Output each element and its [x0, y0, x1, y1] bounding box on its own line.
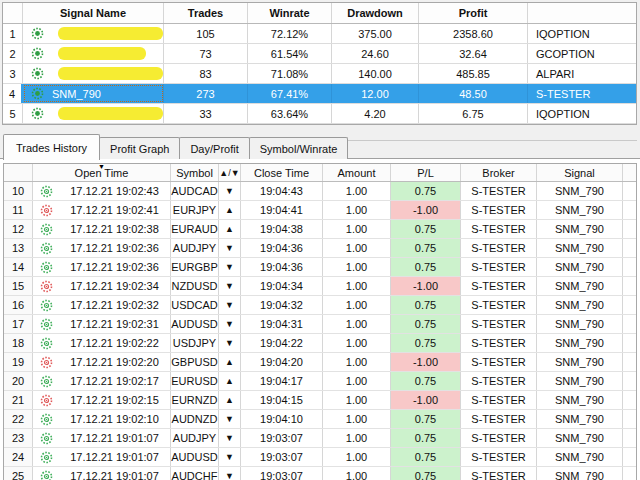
- signal-profit-cell: 6.75: [419, 104, 528, 123]
- trade-row[interactable]: 1117.12.21 19:02:41EURJPY▲19:04:411.00-1…: [4, 201, 636, 220]
- trade-direction-cell: ▲: [219, 201, 241, 219]
- trade-result-icon-cell: [33, 201, 59, 219]
- trade-filler-cell: [623, 182, 636, 200]
- trade-row[interactable]: 1317.12.21 19:02:36AUDJPY▼19:04:361.000.…: [4, 239, 636, 258]
- trades-header-symbol[interactable]: Symbol: [171, 164, 219, 181]
- trades-header-pl[interactable]: P/L: [391, 164, 461, 181]
- signals-table: Signal Name Trades Winrate Drawdown Prof…: [2, 2, 637, 125]
- trade-row[interactable]: 2417.12.21 19:01:07AUDUSD▼19:03:071.000.…: [4, 448, 636, 467]
- trade-row[interactable]: 1617.12.21 19:02:32USDCAD▼19:04:321.000.…: [4, 296, 636, 315]
- trade-row-number: 20: [4, 372, 33, 390]
- trade-open-time-cell: 17.12.21 19:02:17: [59, 372, 171, 390]
- trades-header-close-time[interactable]: Close Time: [241, 164, 323, 181]
- signal-name-cell: [23, 104, 164, 123]
- signals-header-winrate[interactable]: Winrate: [248, 3, 332, 23]
- trade-row[interactable]: 1217.12.21 19:02:38EURAUD▲19:04:381.000.…: [4, 220, 636, 239]
- trade-close-time-cell: 19:04:41: [241, 201, 323, 219]
- trades-header-amount[interactable]: Amount: [323, 164, 391, 181]
- trade-result-icon-cell: [33, 353, 59, 371]
- trades-header-open-time[interactable]: ▼ Open Time: [33, 164, 171, 181]
- trade-row[interactable]: 2017.12.21 19:02:17EURUSD▲19:04:171.000.…: [4, 372, 636, 391]
- trade-row[interactable]: 1817.12.21 19:02:22USDJPY▼19:04:221.000.…: [4, 334, 636, 353]
- signal-winrate-cell: 67.41%: [248, 84, 332, 103]
- signals-header-name[interactable]: Signal Name: [23, 3, 164, 23]
- signal-row-number: 1: [3, 24, 23, 43]
- call-arrow-icon: ▲: [225, 357, 234, 367]
- trades-header-broker[interactable]: Broker: [461, 164, 537, 181]
- signal-row[interactable]: 38371.08%140.00485.85ALPARI: [3, 64, 636, 84]
- trade-row-number: 14: [4, 258, 33, 276]
- tab-symbol-winrate[interactable]: Symbol/Winrate: [249, 137, 349, 159]
- trade-open-time-cell: 17.12.21 19:02:36: [59, 239, 171, 257]
- trade-pl-cell: 0.75: [391, 220, 461, 238]
- trade-filler-cell: [623, 334, 636, 352]
- trade-broker-cell: S-TESTER: [461, 258, 537, 276]
- trade-row[interactable]: 2117.12.21 19:02:15EURNZD▲19:04:151.00-1…: [4, 391, 636, 410]
- trade-direction-cell: ▼: [219, 410, 241, 428]
- trade-filler-cell: [623, 315, 636, 333]
- trade-amount-cell: 1.00: [323, 220, 391, 238]
- trade-row[interactable]: 1717.12.21 19:02:31AUDUSD▼19:04:311.000.…: [4, 315, 636, 334]
- trade-broker-cell: S-TESTER: [461, 467, 537, 480]
- win-target-icon: [40, 432, 53, 445]
- signals-table-header: Signal Name Trades Winrate Drawdown Prof…: [3, 3, 636, 24]
- signal-row[interactable]: 4SNM_79027367.41%12.0048.50S-TESTER: [3, 84, 636, 104]
- trade-row[interactable]: 1517.12.21 19:02:34NZDUSD▼19:04:341.00-1…: [4, 277, 636, 296]
- trade-row[interactable]: 1417.12.21 19:02:36EURGBP▼19:04:361.000.…: [4, 258, 636, 277]
- trade-broker-cell: S-TESTER: [461, 410, 537, 428]
- trades-header-signal[interactable]: Signal: [537, 164, 623, 181]
- trade-filler-cell: [623, 201, 636, 219]
- signal-trades-cell: 83: [164, 64, 248, 83]
- trade-direction-cell: ▼: [219, 334, 241, 352]
- trade-signal-cell: SNM_790: [537, 467, 623, 480]
- trades-header-direction[interactable]: ▲/▼: [219, 164, 241, 181]
- tab-day-profit[interactable]: Day/Profit: [179, 137, 249, 159]
- signal-row[interactable]: 110572.12%375.002358.60IQOPTION: [3, 24, 636, 44]
- trade-row-number: 22: [4, 410, 33, 428]
- trade-amount-cell: 1.00: [323, 410, 391, 428]
- tab-trades-history[interactable]: Trades History: [3, 134, 100, 160]
- trade-row[interactable]: 2317.12.21 19:01:07AUDJPY▼19:03:071.000.…: [4, 429, 636, 448]
- signal-row-number: 4: [3, 84, 23, 103]
- trade-row[interactable]: 2517.12.21 19:01:07AUDCHF▼19:03:071.000.…: [4, 467, 636, 480]
- trade-pl-cell: 0.75: [391, 467, 461, 480]
- trade-open-time-cell: 17.12.21 19:02:22: [59, 334, 171, 352]
- put-arrow-icon: ▼: [225, 281, 234, 291]
- trade-signal-cell: SNM_790: [537, 277, 623, 295]
- trade-row[interactable]: 1917.12.21 19:02:20GBPUSD▲19:04:201.00-1…: [4, 353, 636, 372]
- trade-row[interactable]: 1017.12.21 19:02:43AUDCAD▼19:04:431.000.…: [4, 182, 636, 201]
- tab-profit-graph[interactable]: Profit Graph: [99, 137, 180, 159]
- trade-direction-cell: ▼: [219, 448, 241, 466]
- trade-filler-cell: [623, 277, 636, 295]
- trade-row-number: 11: [4, 201, 33, 219]
- trade-direction-cell: ▼: [219, 239, 241, 257]
- signals-header-profit[interactable]: Profit: [419, 3, 528, 23]
- signal-name-label: SNM_790: [52, 88, 101, 100]
- win-target-icon: [40, 223, 53, 236]
- put-arrow-icon: ▼: [225, 262, 234, 272]
- signal-row[interactable]: 27361.54%24.6032.64GCOPTION: [3, 44, 636, 64]
- signal-profit-cell: 48.50: [419, 84, 528, 103]
- signal-row[interactable]: 53363.64%4.206.75IQOPTION: [3, 104, 636, 124]
- signal-winrate-cell: 63.64%: [248, 104, 332, 123]
- trade-row[interactable]: 2217.12.21 19:02:10AUDNZD▼19:04:101.000.…: [4, 410, 636, 429]
- trade-row-number: 17: [4, 315, 33, 333]
- signal-name-cell: [23, 64, 164, 83]
- call-arrow-icon: ▲: [225, 224, 234, 234]
- trade-result-icon-cell: [33, 258, 59, 276]
- trade-broker-cell: S-TESTER: [461, 372, 537, 390]
- signals-header-drawdown[interactable]: Drawdown: [332, 3, 419, 23]
- put-arrow-icon: ▼: [225, 414, 234, 424]
- win-target-icon: [40, 451, 53, 464]
- signals-header-trades[interactable]: Trades: [164, 3, 248, 23]
- trade-close-time-cell: 19:04:43: [241, 182, 323, 200]
- trade-close-time-cell: 19:04:36: [241, 239, 323, 257]
- trade-result-icon-cell: [33, 315, 59, 333]
- trade-signal-cell: SNM_790: [537, 391, 623, 409]
- trade-close-time-cell: 19:03:07: [241, 429, 323, 447]
- trade-signal-cell: SNM_790: [537, 334, 623, 352]
- trade-signal-cell: SNM_790: [537, 410, 623, 428]
- trade-result-icon-cell: [33, 372, 59, 390]
- trade-broker-cell: S-TESTER: [461, 220, 537, 238]
- trade-filler-cell: [623, 353, 636, 371]
